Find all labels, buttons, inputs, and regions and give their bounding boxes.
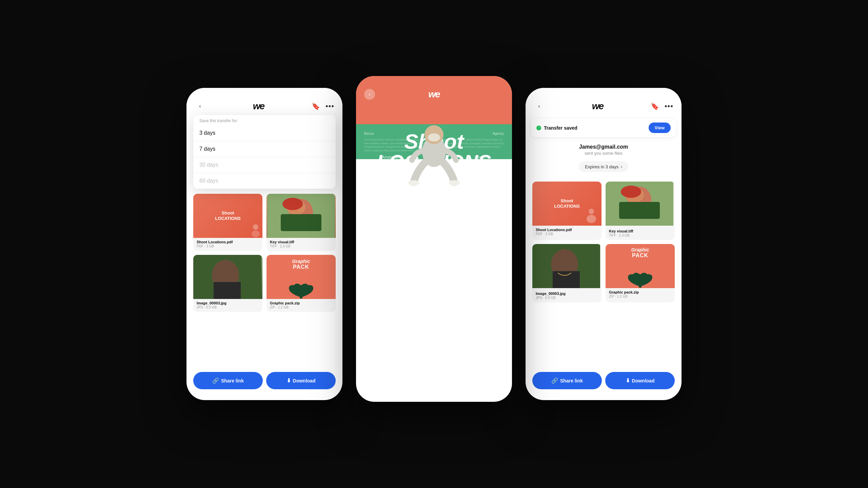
city-amsterdam: Amsterdam: [382, 155, 399, 159]
phone-right: ‹ we 🔖 ••• ✓ Transfer saved View: [526, 88, 682, 400]
sender-email: James@gmail.com: [532, 144, 675, 150]
view-button[interactable]: View: [649, 123, 671, 133]
right-share-link-icon: 🔗: [551, 377, 558, 384]
svg-point-15: [449, 180, 460, 186]
transfer-saved-text: Transfer saved: [544, 125, 577, 131]
footer-becca: Becca: [364, 132, 374, 135]
transfer-saved-banner: ✓ Transfer saved View: [531, 118, 676, 137]
person-figure: [407, 108, 461, 189]
file-meta-pdf: PDF · 3 GB: [197, 244, 259, 248]
file-meta-zip: ZIP · 1.2 GB: [270, 305, 332, 309]
right-header-icons: 🔖 •••: [651, 102, 673, 111]
right-jpg-thumb: [532, 244, 600, 288]
right-file-name-zip: Graphic pack.zip: [609, 290, 671, 294]
file-meta-jpg: JPG · 0.9 GB: [197, 305, 259, 309]
back-button[interactable]: ‹: [195, 101, 205, 112]
bottom-action-bar: 🔗 Share link ⬇ Download: [186, 368, 342, 400]
tiff-thumb-image: [267, 194, 335, 238]
file-name-tiff: Key visual.tiff: [270, 240, 332, 244]
download-button[interactable]: ⬇ Download: [266, 372, 336, 389]
saved-indicator: ✓: [536, 126, 541, 130]
right-file-card-zip[interactable]: GraphicPACK Graphi: [606, 244, 675, 302]
svg-rect-25: [553, 271, 580, 288]
file-name-pdf: Shoot Locations.pdf: [197, 240, 259, 244]
dropdown-item-30days[interactable]: 30 days: [193, 157, 336, 173]
sender-sub: sent you some files: [532, 151, 675, 156]
header-icons: 🔖 •••: [312, 102, 334, 111]
file-name-zip: Graphic pack.zip: [270, 301, 332, 305]
graphic-pack-thumb-title: GraphicPACK: [292, 259, 310, 270]
download-icon: ⬇: [287, 377, 291, 384]
right-file-name-tiff: Key visual.tiff: [609, 229, 671, 233]
right-file-name-jpg: Image_00003.jpg: [536, 292, 598, 296]
svg-point-13: [428, 133, 440, 142]
file-card-jpg[interactable]: Image_00003.jpg JPG · 0.9 GB: [193, 255, 262, 312]
right-download-icon: ⬇: [626, 377, 630, 384]
right-bottom-action-bar: 🔗 Share link ⬇ Download: [526, 368, 682, 400]
svg-point-0: [253, 224, 258, 230]
right-file-name-pdf: Shoot Locations.pdf: [536, 228, 598, 232]
dropdown-label: Save this transfer for:: [193, 115, 336, 125]
city-london: London: [474, 155, 486, 159]
right-back-button[interactable]: ‹: [534, 101, 545, 112]
right-share-link-button[interactable]: 🔗 Share link: [532, 372, 602, 389]
sender-info: James@gmail.com sent you some files: [526, 140, 682, 158]
right-file-meta-pdf: PDF · 3 GB: [536, 232, 598, 236]
file-card-pdf[interactable]: ShootLOCATIONS Shoot Locations.pdf PDF ·…: [193, 194, 262, 251]
svg-point-14: [408, 180, 419, 186]
right-file-meta-tiff: TIFF · 2.3 GB: [609, 233, 671, 237]
svg-rect-9: [214, 282, 241, 299]
wetransfer-logo: we: [253, 101, 264, 112]
expires-text: Expires in 3 days: [585, 164, 618, 169]
right-file-card-jpg[interactable]: Image_00003.jpg JPG · 0.9 GB: [532, 244, 601, 302]
share-link-button[interactable]: 🔗 Share link: [193, 372, 263, 389]
share-link-icon: 🔗: [212, 377, 219, 384]
right-tiff-thumb: [606, 182, 673, 226]
phones-container: ‹ we 🔖 ••• Save this transfer for: 3 day…: [186, 86, 682, 402]
right-graphic-pack-title: GraphicPACK: [631, 247, 649, 259]
pdf-thumb-title: ShootLOCATIONS: [215, 210, 241, 221]
svg-point-17: [587, 215, 596, 223]
dropdown-item-60days[interactable]: 60 days: [193, 173, 336, 189]
file-card-zip[interactable]: GraphicPACK: [267, 255, 336, 312]
right-pdf-thumb-title: ShootLOCATIONS: [554, 198, 580, 209]
right-download-button[interactable]: ⬇ Download: [605, 372, 675, 389]
center-phone-notch: [412, 76, 456, 86]
right-files-grid: ShootLOCATIONS Shoot Locations.pdf PDF ·…: [526, 177, 682, 306]
phone-left: ‹ we 🔖 ••• Save this transfer for: 3 day…: [186, 88, 342, 400]
right-pdf-figure: [581, 205, 601, 226]
right-more-icon[interactable]: •••: [665, 102, 673, 111]
file-name-jpg: Image_00003.jpg: [197, 301, 259, 305]
jpg-thumb-image: [193, 255, 261, 299]
right-file-card-pdf[interactable]: ShootLOCATIONS Shoot Locations.pdf PDF ·…: [532, 182, 601, 240]
right-file-meta-zip: ZIP · 1.2 GB: [609, 295, 671, 298]
expires-pill[interactable]: Expires in 3 days ›: [579, 161, 628, 172]
dropdown-item-7days[interactable]: 7 days: [193, 141, 336, 157]
right-phone-notch: [581, 88, 626, 97]
file-meta-tiff: TIFF · 2.3 GB: [270, 244, 332, 248]
svg-point-26: [639, 285, 642, 288]
transfer-saved-left: ✓ Transfer saved: [536, 125, 577, 131]
right-bookmark-icon[interactable]: 🔖: [651, 102, 659, 110]
expires-chevron-icon: ›: [620, 164, 622, 169]
center-logo: we: [428, 89, 439, 100]
right-file-meta-jpg: JPG · 0.9 GB: [536, 296, 598, 300]
right-file-card-tiff[interactable]: Key visual.tiff TIFF · 2.3 GB: [606, 182, 675, 240]
center-back-button[interactable]: ‹: [364, 89, 375, 100]
bookmark-icon[interactable]: 🔖: [312, 102, 320, 110]
graphic-pack-leaf-icon: [288, 277, 315, 299]
files-grid: ShootLOCATIONS Shoot Locations.pdf PDF ·…: [186, 190, 342, 316]
svg-point-1: [252, 230, 260, 237]
svg-point-10: [300, 296, 302, 299]
svg-rect-22: [619, 202, 660, 219]
dropdown-item-3days[interactable]: 3 days: [193, 125, 336, 141]
more-icon[interactable]: •••: [326, 102, 334, 111]
right-logo: we: [592, 101, 603, 112]
phone-center: ‹ we Shoot LOCATIONS Amsterdam Madrid Lo…: [356, 76, 512, 402]
right-graphic-pack-leaf: [627, 266, 654, 288]
svg-point-16: [589, 209, 594, 214]
file-card-tiff[interactable]: Key visual.tiff TIFF · 2.3 GB: [267, 194, 336, 251]
footer-agency: Agency: [493, 132, 504, 135]
svg-rect-6: [281, 214, 321, 231]
left-phone-notch: [242, 88, 287, 97]
